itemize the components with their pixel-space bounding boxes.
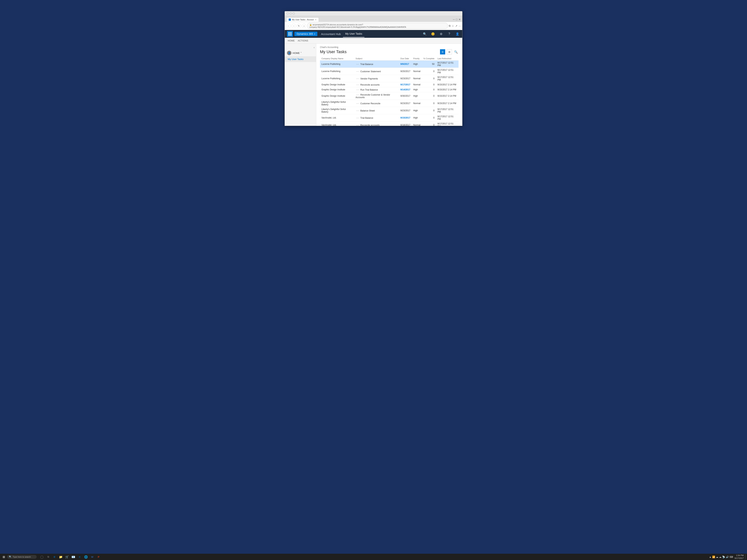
actions-nav-item[interactable]: ACTIONS [298,39,308,42]
cell-company: Graphic Design Institute [320,92,354,100]
taskbar-ie-button[interactable]: e [77,554,83,560]
cell-complete: 0 [422,82,436,87]
taskbar-task-view-button[interactable]: ⧉ [45,554,51,560]
row-ellipsis-button[interactable]: ··· [356,62,360,65]
cell-company: Lucerne Publishing [320,60,354,68]
show-desktop-button[interactable] [745,554,746,559]
sidebar-home-label: HOME ˅ [292,52,302,54]
grid-view-button[interactable]: ⊞ [447,49,452,54]
cell-due-date: 9/20/2017 [399,68,412,75]
nav-forward-button[interactable]: → [291,24,296,28]
cell-priority: Normal [412,82,422,87]
search-topbar-button[interactable]: 🔍 [422,31,428,36]
sidebar-collapse-button[interactable]: ‹ [314,46,315,49]
user-topbar-button[interactable]: 👤 [455,31,460,36]
taskbar-volume-icon[interactable]: 🔊 [726,556,729,558]
cell-subject: ··· Vendor Payments [354,75,399,82]
app-grid-button[interactable] [287,31,293,37]
column-subject: Subject [354,57,399,60]
table-row[interactable]: Lucerne Publishing··· Vendor Payments9/2… [320,75,459,82]
browser-favorites-icon[interactable]: ☆ [452,24,454,27]
my-user-tasks-nav[interactable]: My User Tasks [343,30,364,37]
table-row[interactable]: Lucerne Publishing··· Customer Statement… [320,68,459,75]
row-ellipsis-button[interactable]: ··· [356,88,360,91]
cell-due-date: 9/9/2017 [399,60,412,68]
cell-refreshed: 9/15/2017 2:14 PM [436,100,459,107]
browser-tab-manager-icon[interactable]: ⧉ [449,24,450,27]
window-close-button[interactable]: ✕ [459,18,461,21]
sidebar-home-item[interactable]: 👤 HOME ˅ [285,50,316,56]
taskbar-outlook-button[interactable]: 📧 [70,554,76,560]
window-minimize-button[interactable]: ─ [453,18,455,21]
table-row[interactable]: VanArsdel, Ltd.··· Trial Balance9/15/201… [320,114,459,122]
taskbar-cloud-icon[interactable]: ☁ [716,556,718,558]
table-search-button[interactable]: 🔍 [453,49,459,54]
table-row[interactable]: Liberty's Delightful Sinful Bakery··· Ba… [320,107,459,114]
taskbar-cortana-button[interactable]: ◯ [39,554,45,560]
browser-share-icon[interactable]: ↗ [455,24,458,27]
cell-subject: ··· Reconcile Customer & Vendor Accounts [354,92,399,100]
taskbar-onedrive-icon[interactable]: ☁ [719,556,721,558]
table-row[interactable]: Liberty's Delightful Sinful Bakery··· Cu… [320,100,459,107]
row-ellipsis-button[interactable]: ··· [356,93,360,96]
nav-back-button[interactable]: ← [286,24,291,28]
taskbar-network-icon[interactable]: 📶 [712,556,715,558]
cell-complete: 0 [422,114,436,122]
taskbar-search-icon: 🔍 [9,556,12,558]
taskbar-explorer-button[interactable]: 📁 [58,554,64,560]
taskbar-clock[interactable]: 1:54 PM 9/17/2017 [735,554,744,560]
table-row[interactable]: VanArsdel, Ltd.··· Reconcile accounts9/1… [320,122,459,126]
row-ellipsis-button[interactable]: ··· [356,102,360,105]
start-button[interactable]: ⊞ [1,554,6,559]
taskbar-edge-button[interactable]: e [52,554,57,560]
cell-due-date: 9/17/2017 [399,82,412,87]
cell-due-date: 9/30/2017 [399,92,412,100]
tab-close-button[interactable]: ✕ [315,19,316,21]
row-ellipsis-button[interactable]: ··· [356,83,360,86]
browser-menu-icon[interactable]: ··· [459,24,461,27]
taskbar-search-box[interactable]: 🔍 Type here to search [7,555,37,559]
taskbar-store-button[interactable]: 🛒 [64,554,70,560]
dynamics-365-button[interactable]: Dynamics 365 ▾ [294,32,317,36]
cell-priority: Normal [412,68,422,75]
cell-company: Graphic Design Institute [320,87,354,92]
cell-priority: High [412,92,422,100]
clock-time: 1:54 PM [735,554,744,557]
table-row[interactable]: Graphic Design Institute··· Reconcile ac… [320,82,459,87]
tab-favicon [289,19,291,21]
window-restore-button[interactable]: □ [456,18,458,21]
address-bar[interactable]: 🔒 accpmainjob202724.abcross.accountants.… [307,23,447,29]
taskbar-word-button[interactable]: W [89,554,95,560]
assistant-topbar-button[interactable]: 😊 [430,31,436,36]
cell-subject: ··· Customer Reconcile [354,100,399,107]
help-topbar-button[interactable]: ? [447,31,452,36]
cell-complete: 0 [422,87,436,92]
table-row[interactable]: Graphic Design Institute··· Reconcile Cu… [320,92,459,100]
table-row[interactable]: Graphic Design Institute··· Run Trial Ba… [320,87,459,92]
sidebar: ‹ 👤 HOME ˅ My User Tasks [285,44,316,126]
cell-priority: High [412,60,422,68]
nav-home-button[interactable]: ⌂ [302,24,306,28]
cell-company: Lucerne Publishing [320,68,354,75]
cell-priority: High [412,114,422,122]
table-row[interactable]: Lucerne Publishing··· Trial Balance9/9/2… [320,60,459,68]
sidebar-item-my-user-tasks[interactable]: My User Tasks [285,56,316,62]
list-view-button[interactable]: ☰ [440,49,445,54]
taskbar-chrome-button[interactable]: 🌐 [83,554,89,560]
browser-tab[interactable]: My User Tasks - Accoun ✕ [286,18,319,22]
row-ellipsis-button[interactable]: ··· [356,77,360,80]
nav-refresh-button[interactable]: ↻ [297,24,301,28]
row-ellipsis-button[interactable]: ··· [356,109,360,112]
taskbar-powerpoint-button[interactable]: P [96,554,102,560]
settings-topbar-button[interactable]: ⚙ [439,31,444,36]
row-ellipsis-button[interactable]: ··· [356,124,360,126]
taskbar-keyboard-icon[interactable]: ⌨ [729,556,733,558]
taskbar-wifi-icon[interactable]: 📡 [722,556,725,558]
row-ellipsis-button[interactable]: ··· [356,116,360,119]
cell-refreshed: 9/17/2017 12:51 PM [436,107,459,114]
row-ellipsis-button[interactable]: ··· [356,70,360,73]
taskbar-notification-icon[interactable]: ▲ [709,556,712,558]
home-nav-item[interactable]: HOME [288,39,295,42]
cell-due-date: 9/14/2017 [399,87,412,92]
cell-refreshed: 9/17/2017 12:51 PM [436,68,459,75]
